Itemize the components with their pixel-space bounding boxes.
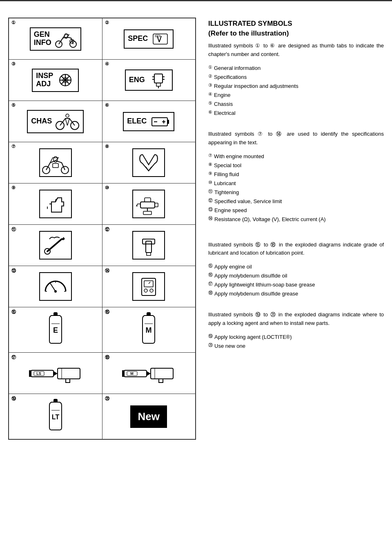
list-item-2: ② Specifications <box>208 73 384 82</box>
cell-9: ⑨ <box>9 184 102 224</box>
list-item-6: ⑥ Electrical <box>208 109 384 118</box>
lube-intro-paragraph: Illustrated symbols ⑮ to ⑱ in the explod… <box>208 241 384 258</box>
spec-list-9: ⑨ Filling fluid <box>208 170 384 179</box>
cell-18: ⑱ M <box>102 353 196 394</box>
lube-list-15: ⑮ Apply engine oil <box>208 262 384 271</box>
spec-list-13: ⑬ Engine speed <box>208 206 384 215</box>
cell-2: ② SPEC <box>102 18 196 59</box>
new-list-19: ⑲ Apply locking agent (LOCTITE®) <box>208 333 384 342</box>
main-title: ILLUSTRATED SYMBOLS <box>208 20 384 28</box>
svg-line-34 <box>140 154 143 155</box>
cell-6: ⑥ ELEC <box>102 101 196 142</box>
piston-icon <box>148 72 169 88</box>
spec-list-7: ⑦ With engine mounted <box>208 152 384 161</box>
new-symbol-box: New <box>130 405 167 428</box>
svg-rect-25 <box>167 120 169 124</box>
svg-rect-13 <box>154 74 163 83</box>
engine-oil-icon: E <box>39 311 72 348</box>
cell-19: ⑲ LT <box>9 394 102 439</box>
cell-3: ③ INSPADJ <box>9 60 102 101</box>
svg-rect-14 <box>156 83 160 86</box>
spec-list-14: ⑭ Resistance (Ω), Voltage (V), Electric … <box>208 215 384 224</box>
engine-speed-icon <box>41 274 70 299</box>
svg-rect-64 <box>151 368 173 379</box>
list-item-3: ③ Regular inspection and adjustments <box>208 82 384 91</box>
ls-grease-icon: LS <box>29 362 82 385</box>
cell-13: ⑬ <box>9 266 102 307</box>
main-subtitle: (Refer to the illustration) <box>208 29 384 38</box>
svg-text:LT: LT <box>52 414 60 421</box>
special-tool-icon <box>134 150 163 175</box>
spec-list-11: ⑪ Tightening <box>208 188 384 197</box>
text-panel: ILLUSTRATED SYMBOLS (Refer to the illust… <box>208 18 384 440</box>
spec-intro-paragraph: Illustrated symbols ⑦ to ⑭ are used to i… <box>208 130 384 147</box>
svg-rect-37 <box>155 203 158 207</box>
svg-rect-42 <box>146 241 151 253</box>
molybdenum-oil-icon: M <box>132 311 165 348</box>
filling-fluid-icon <box>41 192 70 216</box>
svg-point-52 <box>150 289 153 292</box>
chapter-list: ① General information ② Specifications ③… <box>208 64 384 118</box>
lube-list-16: ⑯ Apply molybdenum disulfide oil <box>208 271 384 280</box>
cell-15: ⑮ E <box>9 307 102 352</box>
cell-14: ⑭ <box>102 266 196 307</box>
svg-line-35 <box>155 154 157 155</box>
battery-icon <box>150 114 170 129</box>
cell-8: ⑧ <box>102 142 196 183</box>
new-list: ⑲ Apply locking agent (LOCTITE®) ⑳ Use n… <box>208 333 384 351</box>
svg-point-45 <box>54 290 57 293</box>
gear-wrench-icon <box>56 71 75 90</box>
lubricant-icon <box>134 192 163 216</box>
bicycle-icon <box>55 112 80 131</box>
svg-rect-50 <box>144 281 153 287</box>
svg-text:LS: LS <box>36 371 41 376</box>
spec-list-8: ⑧ Special tool <box>208 161 384 170</box>
svg-point-20 <box>56 121 64 130</box>
cell-10: ⑩ <box>102 184 196 224</box>
cell-11: ⑪ <box>9 225 102 266</box>
svg-text:E: E <box>53 326 58 334</box>
tightening-icon <box>41 233 70 257</box>
cell-7: ⑦ <box>9 142 102 183</box>
resistance-icon <box>134 274 163 299</box>
engine-mounted-icon <box>41 150 70 175</box>
svg-rect-38 <box>145 198 151 202</box>
motorcycle-icon-1 <box>55 30 77 48</box>
svg-text:M: M <box>131 371 134 376</box>
spec-list: ⑦ With engine mounted ⑧ Special tool ⑨ F… <box>208 152 384 224</box>
list-item-5: ⑤ Chassis <box>208 100 384 109</box>
svg-rect-40 <box>143 211 151 215</box>
svg-rect-36 <box>140 202 155 208</box>
svg-point-51 <box>144 289 147 292</box>
svg-rect-56 <box>31 370 53 377</box>
service-limit-icon <box>134 233 163 257</box>
list-item-1: ① General information <box>208 64 384 73</box>
cell-20: ⑳ New <box>102 394 196 439</box>
svg-text:M: M <box>146 326 152 334</box>
locking-agent-icon: LT <box>39 398 72 435</box>
cell-5: ⑤ CHAS <box>9 101 102 142</box>
symbol-grid: ① GENINFO ② <box>8 18 196 440</box>
svg-line-53 <box>149 282 150 284</box>
svg-point-21 <box>71 121 79 130</box>
svg-rect-61 <box>124 370 147 377</box>
lube-list-18: ⑱ Apply molybdenum disulfide grease <box>208 289 384 298</box>
spec-list-10: ⑩ Lubricant <box>208 179 384 188</box>
svg-rect-59 <box>58 368 80 379</box>
cell-12: ⑫ <box>102 225 196 266</box>
wrench-icon <box>151 32 169 46</box>
list-item-4: ④ Engine <box>208 91 384 100</box>
svg-point-23 <box>66 114 69 117</box>
intro-paragraph: Illustrated symbols ① to ⑥ are designed … <box>208 42 384 59</box>
cell-1: ① GENINFO <box>9 18 102 59</box>
lube-list-17: ⑰ Apply lightweight lithium-soap base gr… <box>208 280 384 289</box>
svg-line-44 <box>50 283 56 291</box>
cell-17: ⑰ LS <box>9 353 102 394</box>
cell-4: ④ ENG <box>102 60 196 101</box>
lube-list: ⑮ Apply engine oil ⑯ Apply molybdenum di… <box>208 262 384 298</box>
cell-16: ⑯ M <box>102 307 196 352</box>
spec-list-12: ⑫ Specified value, Service limit <box>208 197 384 206</box>
m-grease-icon: M <box>122 362 175 385</box>
new-intro-paragraph: Illustrated symbols ⑲ to ⑳ in the explod… <box>208 311 384 328</box>
new-list-20: ⑳ Use new one <box>208 342 384 351</box>
